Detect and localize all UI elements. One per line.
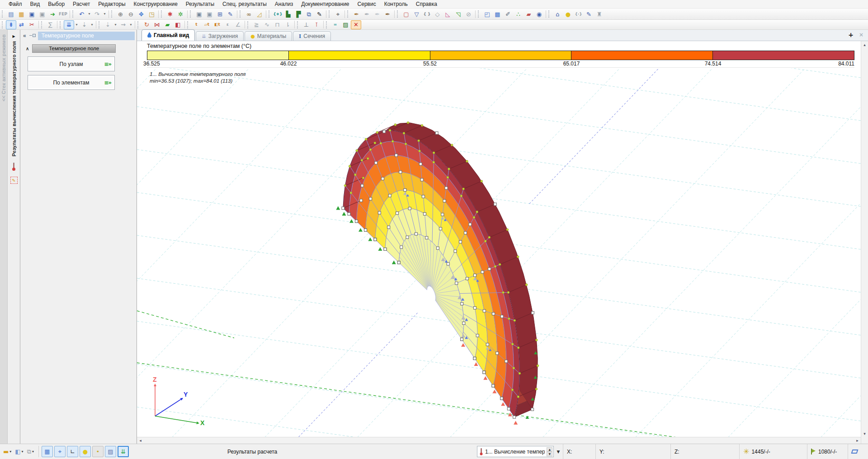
tab-main-view[interactable]: Главный вид	[142, 29, 195, 41]
zoom-in-icon[interactable]: ⊕	[115, 9, 126, 19]
snapshot-icon[interactable]: ▣	[194, 9, 204, 19]
nodal-loads-icon[interactable]: ⇟	[6, 20, 16, 29]
sum-loads-icon[interactable]: ∑	[45, 20, 56, 29]
toggle-shading[interactable]: ▨	[105, 446, 116, 457]
menu-item-documentation[interactable]: Документирование	[297, 0, 353, 8]
loadcase-spin-up[interactable]: ▲	[547, 447, 552, 452]
import-solid-icon[interactable]: ◰	[482, 9, 492, 19]
slab-temp-icon[interactable]: ▱t	[202, 20, 212, 29]
origin-axes-icon[interactable]: ⌖	[333, 9, 343, 19]
undo-caret[interactable]: ▾	[87, 9, 92, 19]
expressions-icon[interactable]: {∗}	[273, 9, 283, 19]
zoom-out-icon[interactable]: ⊖	[126, 9, 136, 19]
solid-yellow-icon[interactable]: ●	[563, 9, 573, 19]
select-group-icon[interactable]: { }	[422, 9, 432, 19]
trapezoid-loads-caret[interactable]: ▾	[90, 20, 94, 29]
solid-temp-icon[interactable]: ◧t	[212, 20, 222, 29]
open-project-icon[interactable]: ▦	[16, 9, 27, 19]
node-markers-icon[interactable]: ✱	[165, 9, 175, 19]
brace-tool-icon[interactable]: {·}	[573, 9, 584, 19]
support-icon[interactable]: ⊥	[301, 20, 311, 29]
doc-pen-icon[interactable]: ✎	[584, 9, 594, 19]
slab-load-icon[interactable]: ▰	[162, 20, 173, 29]
vertical-scrollbar[interactable]: ▴ ▾	[861, 41, 868, 444]
toggle-small-nodes[interactable]: •	[92, 446, 104, 457]
histogram-icon[interactable]: ▙	[283, 9, 293, 19]
by-elements-button[interactable]: По элементам≡»	[28, 75, 115, 90]
menu-item-calculation[interactable]: Расчет	[69, 0, 94, 8]
report-pen-icon[interactable]: ✎	[225, 9, 236, 19]
projection-cube-dropdown[interactable]: ◧▾	[13, 448, 25, 455]
scroll-left-arrow[interactable]: ◂	[137, 437, 144, 444]
load-feather-blue-icon[interactable]: ✒	[382, 9, 393, 19]
fep-icon[interactable]: FEP	[58, 9, 68, 19]
temp-field-icon[interactable]: t	[191, 20, 202, 29]
add-view-button[interactable]: +	[848, 31, 854, 38]
presentation-dropdown[interactable]: ⧉▾	[25, 448, 36, 455]
toggle-grid[interactable]: ▦	[42, 446, 53, 457]
close-view-button[interactable]: ×	[859, 32, 863, 38]
loadcase-dropdown-button[interactable]: ▼	[554, 450, 563, 454]
sidebar-collapse-button[interactable]: «	[22, 33, 27, 39]
tab-materials[interactable]: ●Материалы	[245, 31, 292, 41]
thermometer-mode-icon[interactable]	[12, 163, 16, 172]
drop-load-icon[interactable]: ⇂	[283, 20, 293, 29]
report-book-icon[interactable]: ⧉	[304, 9, 314, 19]
undo-icon[interactable]: ↶	[76, 9, 87, 19]
new-project-icon[interactable]: ▤	[6, 9, 16, 19]
zoom-window-icon[interactable]: ◳	[146, 9, 157, 19]
elem-temp-caret[interactable]: ▾	[128, 20, 133, 29]
menu-item-selection[interactable]: Выбор	[44, 0, 69, 8]
stack-modes-vertical-label[interactable]: << Стек активных режимов	[1, 34, 6, 101]
tower-icon[interactable]: ♜	[594, 9, 604, 19]
units-ruler-dropdown[interactable]: ▬▾	[1, 448, 13, 455]
tab-sections[interactable]: IСечения	[293, 31, 331, 41]
delete-loads-icon[interactable]: ✂	[27, 20, 37, 29]
loadcase-combobox[interactable]: 1... Вычисление темпера ▲ ▼	[477, 446, 554, 457]
eraser-icon[interactable]: ◇	[432, 9, 443, 19]
platform-icon[interactable]: ⊓	[272, 20, 283, 29]
save-project-icon[interactable]: ▣	[27, 9, 37, 19]
section-collapse-chevron[interactable]: ∧	[26, 46, 29, 51]
save-report-icon[interactable]: ▣	[37, 9, 47, 19]
load-feather-gray-icon[interactable]: ✒	[362, 9, 372, 19]
scroll-down-arrow[interactable]: ▾	[861, 430, 868, 437]
scroll-up-arrow[interactable]: ▴	[861, 41, 868, 48]
close-results-icon[interactable]: ✕	[351, 20, 361, 29]
globe-icon[interactable]: ◉	[534, 9, 544, 19]
preview-glasses-icon[interactable]: ∞	[244, 9, 254, 19]
beam-load-icon[interactable]: ⋈	[152, 20, 162, 29]
toggle-node-numbers[interactable]: ⌖	[54, 446, 66, 457]
sidebar-pin-button[interactable]	[29, 33, 36, 38]
by-nodes-button[interactable]: По узлам≡»	[28, 56, 115, 71]
gradient-plate-icon[interactable]: ▨	[340, 20, 351, 29]
menu-item-analysis[interactable]: Анализ	[271, 0, 297, 8]
scroll-right-arrow[interactable]: ▸	[854, 437, 861, 444]
trapezoid-loads-icon[interactable]: ⇣	[79, 20, 90, 29]
toggle-local-axes[interactable]: ∟	[67, 446, 78, 457]
load-feather-light-icon[interactable]: ✒	[372, 9, 382, 19]
select-frame-icon[interactable]: ◹	[453, 9, 463, 19]
equals-icon[interactable]: =	[330, 20, 340, 29]
curve-icon[interactable]: ∿	[262, 20, 272, 29]
elem-temp-icon[interactable]: ⇝	[118, 20, 128, 29]
rotate-load-icon[interactable]: ↻	[142, 20, 152, 29]
rail-expander-arrow[interactable]: ▶	[12, 34, 15, 38]
menu-item-service[interactable]: Сервис	[354, 0, 380, 8]
results-mode-vertical-label[interactable]: Результаты вычисления температурного пол…	[11, 41, 17, 156]
element-markers-icon[interactable]: ✲	[175, 9, 186, 19]
edit-mode-icon[interactable]: ✎	[10, 177, 18, 184]
horizontal-scrollbar[interactable]: ◂ ▸	[137, 437, 861, 444]
menu-item-view[interactable]: Вид	[26, 0, 44, 8]
tab-loads[interactable]: ⇊Загружения	[196, 31, 244, 41]
solid-blue-icon[interactable]: ⌂	[552, 9, 563, 19]
thermometer-tool-icon[interactable]: ⊺	[311, 20, 322, 29]
node-temp-icon[interactable]: ⇣	[103, 20, 113, 29]
deselect-icon[interactable]: ⊘	[463, 9, 474, 19]
measure-ruler-icon[interactable]: ◿	[254, 9, 264, 19]
filter-icon[interactable]: ▽	[411, 9, 422, 19]
span-loads-icon[interactable]: ⇄	[16, 20, 27, 29]
redo-caret[interactable]: ▾	[102, 9, 107, 19]
element-loads-icon[interactable]: ⇊	[64, 20, 74, 29]
marker-pen-icon[interactable]: ✎	[314, 9, 325, 19]
